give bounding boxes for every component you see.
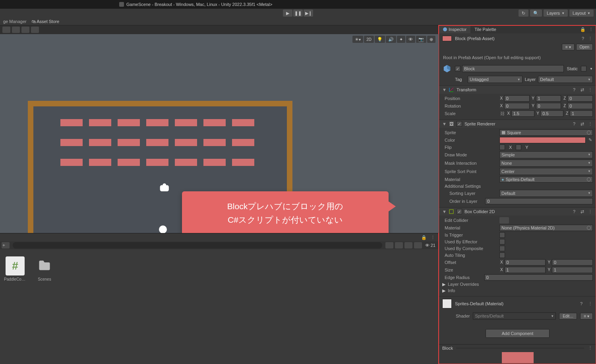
lighting-button[interactable]: 💡 — [375, 36, 385, 43]
order-input[interactable] — [485, 198, 593, 204]
tab-inspector[interactable]: Inspector — [439, 25, 470, 33]
menu-icon[interactable]: ⋮ — [587, 301, 593, 306]
tool-grid-button[interactable] — [12, 27, 20, 33]
box-collider-header[interactable]: ▼ Box Collider 2D ?⇄⋮ — [439, 208, 596, 216]
overrides-button[interactable]: ≡ ▾ — [562, 44, 575, 50]
fold-icon[interactable]: ▶ — [442, 288, 446, 293]
filter-type-button[interactable] — [385, 242, 393, 248]
asset-item[interactable]: # PaddleCon… — [4, 256, 26, 281]
rot-z-input[interactable] — [567, 103, 593, 109]
sprite-field[interactable]: ▦Square — [499, 129, 593, 136]
2d-button[interactable]: 2D — [364, 36, 374, 43]
shader-dropdown[interactable]: Sprites/Default▼ — [473, 312, 556, 320]
scene-view[interactable]: ☀▾ 2D 💡 🔊 ✦ 👁 📷 ⊕ — [0, 34, 439, 233]
audio-button[interactable]: 🔊 — [386, 36, 396, 43]
scale-z-input[interactable] — [570, 110, 593, 117]
offset-y-input[interactable] — [552, 259, 593, 266]
sprite-enabled-checkbox[interactable] — [457, 121, 462, 127]
effector-checkbox[interactable] — [499, 239, 505, 245]
layer-dropdown[interactable]: Default▼ — [538, 76, 593, 83]
footer-menu-icon[interactable]: ⋮ — [587, 345, 593, 351]
help-icon[interactable]: ? — [571, 121, 577, 127]
flip-y-checkbox[interactable] — [516, 144, 521, 150]
project-search-input[interactable] — [13, 242, 382, 248]
autotile-checkbox[interactable] — [499, 252, 505, 258]
physics-material-field[interactable]: None (Physics Material 2D) — [499, 225, 593, 231]
hidden-packages-button[interactable] — [414, 242, 422, 248]
overrides-label[interactable]: Layer Overrides — [448, 282, 503, 287]
shading-mode-button[interactable]: ☀▾ — [352, 36, 363, 43]
hidden-button[interactable]: 👁 — [406, 36, 415, 43]
static-checkbox[interactable] — [581, 66, 586, 71]
search-button[interactable]: 🔍 — [530, 10, 542, 17]
mask-dropdown[interactable]: None▼ — [499, 160, 593, 167]
camera-button[interactable]: 📷 — [416, 36, 426, 43]
menu-icon[interactable]: ⋮ — [587, 87, 593, 92]
material-section[interactable]: Sprites-Default (Material) ? ⋮ — [439, 296, 596, 311]
flip-x-checkbox[interactable] — [499, 144, 505, 150]
panel-menu-icon[interactable]: ⋮ — [430, 235, 435, 240]
layout-dropdown[interactable]: Layout▼ — [569, 10, 594, 17]
play-button[interactable]: ▶ — [283, 10, 292, 17]
gameobject-active-checkbox[interactable] — [455, 66, 461, 71]
radius-input[interactable] — [484, 274, 593, 281]
prefab-cube-icon[interactable] — [442, 64, 452, 73]
step-button[interactable]: ▶❙ — [304, 10, 313, 17]
undo-history-button[interactable]: ↻ — [519, 10, 528, 17]
open-prefab-button[interactable]: Open — [576, 44, 593, 50]
pause-button[interactable]: ❚❚ — [293, 10, 303, 17]
preset-icon[interactable]: ⇄ — [579, 121, 585, 127]
object-picker-icon[interactable] — [587, 131, 591, 135]
help-icon[interactable]: ? — [571, 87, 577, 92]
offset-x-input[interactable] — [505, 259, 546, 266]
menu-icon[interactable]: ⋮ — [587, 121, 593, 127]
tool-incr-button[interactable] — [31, 27, 39, 33]
preset-icon[interactable]: ⇄ — [579, 87, 585, 92]
header-menu-icon[interactable]: ⋮ — [587, 36, 593, 41]
rot-x-input[interactable] — [504, 103, 530, 109]
project-assets[interactable]: # PaddleCon… Scenes — [0, 249, 439, 364]
composite-checkbox[interactable] — [499, 246, 505, 251]
tab-tile-palette[interactable]: Tile Palette — [470, 25, 500, 33]
pos-z-input[interactable] — [567, 95, 593, 102]
fx-button[interactable]: ✦ — [397, 36, 405, 43]
pos-y-input[interactable] — [536, 95, 561, 102]
gameobject-name-input[interactable] — [462, 65, 564, 72]
sortpoint-dropdown[interactable]: Center▼ — [499, 168, 593, 175]
filter-label-button[interactable] — [395, 242, 403, 248]
size-y-input[interactable] — [552, 267, 593, 273]
edit-collider-button[interactable] — [499, 217, 509, 223]
help-icon[interactable]: ? — [580, 36, 586, 41]
transform-header[interactable]: ▼ Transform ?⇄⋮ — [439, 86, 596, 94]
scale-y-input[interactable] — [540, 110, 563, 117]
static-dropdown-arrow[interactable]: ▼ — [590, 67, 593, 71]
drawmode-dropdown[interactable]: Simple▼ — [499, 151, 593, 158]
save-search-button[interactable] — [404, 242, 412, 248]
shader-edit-button[interactable]: Edit… — [559, 313, 577, 320]
asset-item[interactable]: Scenes — [33, 256, 56, 281]
project-add-button[interactable]: ＋ — [2, 242, 10, 248]
package-manager-tab[interactable]: ge Manager — [3, 19, 27, 24]
lock-icon[interactable]: 🔒 — [580, 27, 586, 32]
size-x-input[interactable] — [505, 267, 546, 273]
asset-store-tab[interactable]: 🛍 Asset Store — [31, 19, 59, 24]
tag-dropdown[interactable]: Untagged▼ — [468, 76, 522, 83]
sprite-renderer-header[interactable]: ▼ 🖼 Sprite Renderer ?⇄⋮ — [439, 120, 596, 128]
tool-pivot-button[interactable] — [2, 27, 10, 33]
gizmos-button[interactable]: ⊕ — [427, 36, 435, 43]
help-icon[interactable]: ? — [579, 301, 584, 306]
help-icon[interactable]: ? — [571, 209, 577, 214]
pos-x-input[interactable] — [504, 95, 530, 102]
add-component-button[interactable]: Add Component — [486, 329, 550, 338]
info-label[interactable]: Info — [448, 288, 503, 293]
collider-enabled-checkbox[interactable] — [457, 209, 462, 214]
tool-snap-button[interactable] — [21, 27, 29, 33]
layers-dropdown[interactable]: Layers▼ — [544, 10, 568, 17]
shader-menu-button[interactable]: ≡ ▾ — [580, 313, 593, 320]
lock-icon[interactable]: 🔒 — [421, 235, 427, 240]
scale-x-input[interactable] — [511, 110, 534, 117]
color-field[interactable] — [499, 137, 586, 143]
menu-icon[interactable]: ⋮ — [587, 209, 593, 214]
object-picker-icon[interactable] — [587, 177, 591, 181]
sortlayer-dropdown[interactable]: Default▼ — [499, 190, 593, 197]
